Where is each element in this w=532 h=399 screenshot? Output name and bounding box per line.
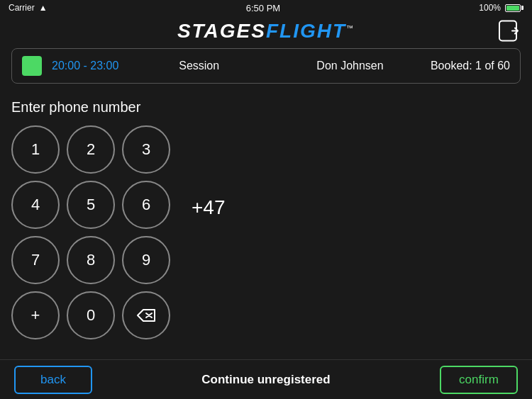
logo-stages: STAGES xyxy=(177,20,266,42)
phone-number-display: +47 xyxy=(192,125,226,219)
exit-icon xyxy=(498,20,521,43)
session-card: 20:00 - 23:00 Session Don Johnsen Booked… xyxy=(11,48,521,84)
dial-0[interactable]: 0 xyxy=(67,291,115,339)
dial-2[interactable]: 2 xyxy=(67,125,115,174)
status-left: Carrier ▲ xyxy=(9,3,48,13)
dialpad: 1 2 3 4 5 6 7 8 9 + 0 xyxy=(11,125,170,339)
logo-flight: FLIGHT xyxy=(266,20,346,42)
logo-tm: ™ xyxy=(346,24,355,32)
session-indicator xyxy=(22,56,42,76)
exit-button[interactable] xyxy=(498,20,521,45)
session-booked: Booked: 1 of 60 xyxy=(431,60,510,72)
status-right: 100% xyxy=(479,3,523,13)
session-name: Don Johnsen xyxy=(279,60,421,72)
dial-7[interactable]: 7 xyxy=(11,236,60,284)
status-bar: Carrier ▲ 6:50 PM 100% xyxy=(0,0,532,16)
phone-label: Enter phone number xyxy=(0,95,532,125)
dial-plus[interactable]: + xyxy=(11,291,60,339)
dial-5[interactable]: 5 xyxy=(67,181,115,229)
dial-6[interactable]: 6 xyxy=(122,181,170,229)
battery-percent: 100% xyxy=(479,3,501,13)
dial-backspace[interactable] xyxy=(122,291,170,339)
carrier-label: Carrier xyxy=(9,3,35,13)
back-button[interactable]: back xyxy=(14,366,92,394)
wifi-icon: ▲ xyxy=(39,3,48,13)
bottom-bar: back Continue unregistered confirm xyxy=(0,359,532,399)
confirm-button[interactable]: confirm xyxy=(440,366,518,394)
status-time: 6:50 PM xyxy=(246,3,280,13)
session-time: 20:00 - 23:00 xyxy=(52,60,118,72)
battery-icon xyxy=(505,4,523,12)
dialpad-area: 1 2 3 4 5 6 7 8 9 + 0 +47 xyxy=(0,125,532,339)
dial-3[interactable]: 3 xyxy=(122,125,170,174)
session-type: Session xyxy=(128,60,270,72)
dial-1[interactable]: 1 xyxy=(11,125,60,174)
dial-4[interactable]: 4 xyxy=(11,181,60,229)
continue-unregistered-label[interactable]: Continue unregistered xyxy=(201,373,330,387)
dial-8[interactable]: 8 xyxy=(67,236,115,284)
logo-bar: STAGESFLIGHT™ xyxy=(0,16,532,48)
app-logo: STAGESFLIGHT™ xyxy=(177,20,355,43)
dial-9[interactable]: 9 xyxy=(122,236,170,284)
backspace-icon xyxy=(136,308,156,322)
